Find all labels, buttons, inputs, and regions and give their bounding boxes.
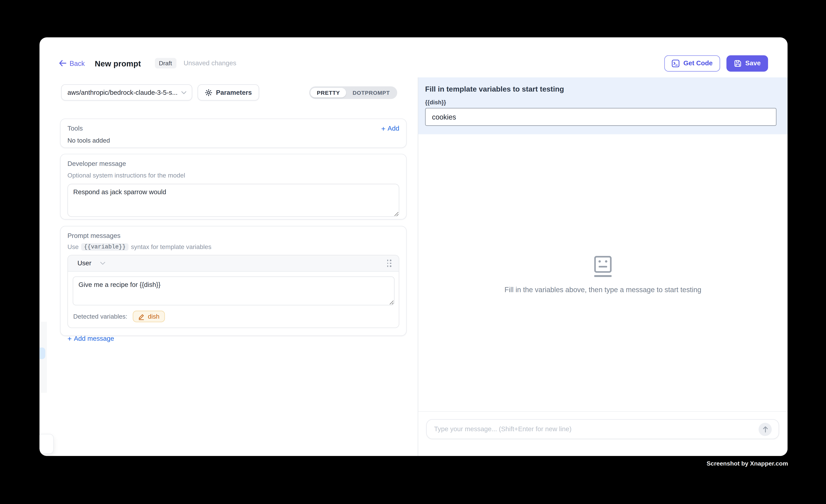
add-tool-button[interactable]: + Add bbox=[381, 125, 399, 132]
message-block: User Give me a recipe for {{dish}} Detec… bbox=[67, 255, 399, 328]
chat-message-input[interactable] bbox=[427, 425, 759, 433]
model-selector-value: aws/anthropic/bedrock-claude-3-5-s... bbox=[67, 89, 181, 96]
add-message-label: Add message bbox=[74, 335, 114, 342]
edit-pencil-icon bbox=[138, 313, 144, 320]
prompt-messages-card: Prompt messages Use {{variable}} syntax … bbox=[60, 226, 407, 336]
developer-message-textarea[interactable]: Respond as jack sparrow would bbox=[67, 184, 399, 217]
chat-input-bar bbox=[418, 411, 787, 456]
drag-handle[interactable] bbox=[387, 259, 392, 267]
app-window: Back New prompt Draft Unsaved changes Ge… bbox=[40, 37, 787, 456]
hint-prefix: Use bbox=[67, 243, 79, 251]
tools-empty-text: No tools added bbox=[67, 137, 399, 144]
page-title: New prompt bbox=[95, 59, 141, 68]
tools-card: Tools + Add No tools added bbox=[60, 118, 407, 148]
message-body: Give me a recipe for {{dish}} Detected v… bbox=[68, 272, 399, 327]
chevron-down-icon bbox=[181, 91, 186, 94]
watermark-text: Screenshot by Xnapper.com bbox=[707, 460, 788, 467]
message-header: User bbox=[68, 255, 399, 272]
add-message-button[interactable]: + Add message bbox=[67, 335, 399, 342]
variable-chip-label: dish bbox=[148, 313, 160, 320]
role-selector[interactable]: User bbox=[77, 259, 106, 267]
user-message-textarea[interactable]: Give me a recipe for {{dish}} bbox=[73, 276, 395, 305]
prompt-editor-pane: aws/anthropic/bedrock-claude-3-5-s... Pa… bbox=[40, 77, 418, 456]
tools-title: Tools bbox=[67, 125, 83, 132]
test-pane: Fill in template variables to start test… bbox=[418, 77, 787, 456]
empty-state-text: Fill in the variables above, then type a… bbox=[505, 286, 701, 294]
parameters-button[interactable]: Parameters bbox=[197, 84, 259, 101]
robot-face-icon bbox=[594, 256, 611, 277]
detected-variables-label: Detected variables: bbox=[73, 313, 127, 320]
save-label: Save bbox=[745, 60, 761, 67]
save-icon bbox=[733, 59, 742, 67]
clipped-highlight-item bbox=[40, 348, 45, 359]
model-selector[interactable]: aws/anthropic/bedrock-claude-3-5-s... bbox=[61, 84, 192, 101]
arrow-up-icon bbox=[762, 426, 768, 433]
template-syntax-hint: Use {{variable}} syntax for template var… bbox=[67, 243, 399, 251]
get-code-label: Get Code bbox=[683, 60, 713, 67]
model-row: aws/anthropic/bedrock-claude-3-5-s... Pa… bbox=[61, 84, 407, 101]
role-value: User bbox=[77, 259, 91, 267]
developer-message-card: Developer message Optional system instru… bbox=[60, 154, 407, 219]
prompt-messages-title: Prompt messages bbox=[67, 232, 399, 239]
chevron-down-icon bbox=[100, 262, 106, 265]
chat-input-container bbox=[426, 419, 779, 439]
gear-icon bbox=[205, 89, 212, 96]
unsaved-changes-text: Unsaved changes bbox=[184, 60, 236, 67]
parameters-label: Parameters bbox=[216, 89, 252, 96]
header-left: Back New prompt Draft Unsaved changes bbox=[59, 58, 236, 68]
hint-suffix: syntax for template variables bbox=[131, 243, 212, 251]
header: Back New prompt Draft Unsaved changes Ge… bbox=[40, 37, 787, 77]
variables-panel-title: Fill in template variables to start test… bbox=[425, 85, 777, 93]
code-terminal-icon bbox=[672, 59, 680, 67]
send-button[interactable] bbox=[759, 423, 772, 436]
toggle-pretty[interactable]: PRETTY bbox=[310, 87, 346, 97]
plus-icon: + bbox=[381, 125, 386, 132]
back-button[interactable]: Back bbox=[59, 59, 85, 67]
back-arrow-icon bbox=[59, 60, 66, 66]
back-label: Back bbox=[69, 59, 85, 67]
clipped-popup-card bbox=[40, 434, 54, 454]
variable-code-pill: {{variable}} bbox=[81, 243, 128, 251]
content: aws/anthropic/bedrock-claude-3-5-s... Pa… bbox=[40, 77, 787, 456]
add-tool-label: Add bbox=[388, 125, 399, 132]
template-variables-panel: Fill in template variables to start test… bbox=[418, 77, 787, 134]
toggle-dotprompt[interactable]: DOTPROMPT bbox=[346, 87, 396, 97]
view-mode-toggle: PRETTY DOTPROMPT bbox=[309, 86, 397, 99]
get-code-button[interactable]: Get Code bbox=[664, 55, 720, 71]
variable-chip-dish[interactable]: dish bbox=[132, 311, 165, 322]
detected-variables-row: Detected variables: dish bbox=[73, 311, 395, 322]
empty-state: Fill in the variables above, then type a… bbox=[418, 256, 787, 294]
status-badge: Draft bbox=[155, 58, 176, 68]
developer-message-title: Developer message bbox=[67, 160, 399, 167]
header-actions: Get Code Save bbox=[664, 55, 768, 71]
developer-message-subtitle: Optional system instructions for the mod… bbox=[67, 172, 399, 179]
screen: Back New prompt Draft Unsaved changes Ge… bbox=[0, 0, 826, 504]
variable-value-input[interactable] bbox=[425, 108, 777, 126]
save-button[interactable]: Save bbox=[726, 55, 768, 71]
variable-name-label: {{dish}} bbox=[425, 99, 777, 106]
plus-icon: + bbox=[67, 335, 72, 342]
